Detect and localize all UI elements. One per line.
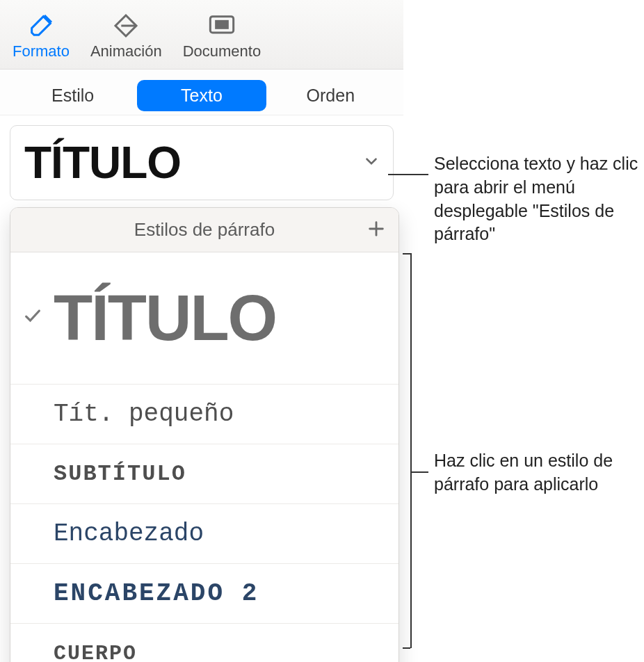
bracket-tick-bottom	[403, 647, 410, 649]
add-style-button[interactable]	[367, 218, 386, 242]
style-preview-tit-pequeno: Tít. pequeño	[54, 400, 234, 428]
popover-header: Estilos de párrafo	[10, 208, 399, 252]
format-toolbar-label: Formato	[13, 42, 70, 60]
style-preview-subtitulo: SUBTÍTULO	[54, 461, 186, 487]
checkmark-icon	[23, 306, 44, 330]
style-row-tit-pequeno[interactable]: Tít. pequeño	[10, 385, 399, 444]
document-toolbar-label: Documento	[183, 42, 261, 60]
animation-toolbar-button[interactable]: Animación	[90, 12, 162, 60]
format-toolbar-button[interactable]: Formato	[13, 12, 70, 60]
svg-rect-1	[216, 21, 228, 28]
popover-title: Estilos de párrafo	[134, 219, 275, 241]
paragraph-style-selector[interactable]: TÍTULO	[10, 125, 394, 200]
inspector-subtabs: Estilo Texto Orden	[0, 70, 403, 115]
style-row-encabezado-2[interactable]: ENCABEZADO 2	[10, 564, 399, 624]
style-preview-encabezado2: ENCABEZADO 2	[54, 579, 259, 608]
slides-icon	[204, 12, 240, 40]
top-toolbar: Formato Animación Documento	[0, 0, 403, 70]
style-preview-titulo: TÍTULO	[54, 282, 276, 355]
style-preview-cuerpo: CUERPO	[54, 642, 137, 662]
diamond-icon	[108, 12, 144, 40]
bracket-lead	[410, 471, 428, 473]
style-row-titulo[interactable]: TÍTULO	[10, 252, 399, 385]
callout-styles-list: Haz clic en un estilo de párrafo para ap…	[434, 449, 643, 496]
paragraph-style-selector-wrap: TÍTULO	[0, 115, 403, 210]
style-row-subtitulo[interactable]: SUBTÍTULO	[10, 444, 399, 504]
callout-bracket	[410, 253, 412, 648]
brush-icon	[23, 12, 59, 40]
tab-style[interactable]: Estilo	[8, 80, 137, 111]
style-row-cuerpo[interactable]: CUERPO	[10, 624, 399, 662]
tab-order[interactable]: Orden	[266, 80, 395, 111]
current-style-label: TÍTULO	[24, 137, 181, 188]
style-row-encabezado[interactable]: Encabezado	[10, 504, 399, 564]
style-preview-encabezado: Encabezado	[54, 519, 204, 548]
animation-toolbar-label: Animación	[90, 42, 162, 60]
document-toolbar-button[interactable]: Documento	[183, 12, 261, 60]
inspector-panel: Formato Animación Documento Estilo Texto	[0, 0, 403, 210]
callout-chevron: Selecciona texto y haz clic para abrir e…	[434, 152, 643, 246]
callout-line	[388, 174, 428, 175]
chevron-down-icon	[362, 152, 380, 173]
bracket-tick-top	[403, 253, 410, 255]
paragraph-styles-popover: Estilos de párrafo TÍTULO Tít. pequeño S…	[10, 207, 399, 662]
tab-text[interactable]: Texto	[137, 80, 266, 111]
